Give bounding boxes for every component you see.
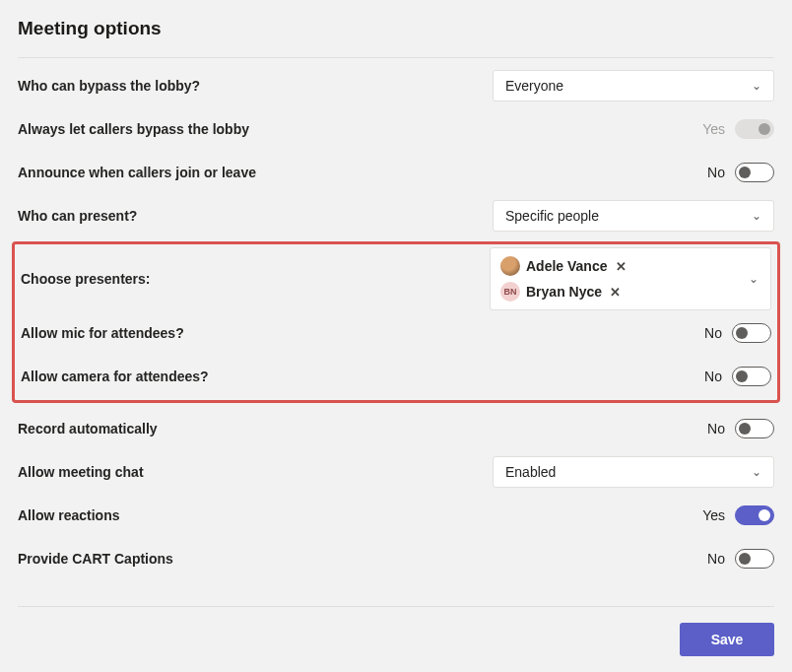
toggle-allow-reactions[interactable] xyxy=(735,505,774,525)
row-cart-captions: Provide CART Captions No xyxy=(18,537,774,580)
row-allow-chat: Allow meeting chat Enabled ⌄ xyxy=(18,450,774,494)
label-cart-captions: Provide CART Captions xyxy=(18,551,693,567)
dropdown-bypass-lobby[interactable]: Everyone ⌄ xyxy=(493,70,774,101)
avatar xyxy=(500,256,520,276)
label-record-auto: Record automatically xyxy=(18,421,693,437)
row-choose-presenters: Choose presenters: Adele Vance ✕ BN Brya… xyxy=(21,246,771,311)
presenters-picker[interactable]: Adele Vance ✕ BN Bryan Nyce ✕ ⌄ xyxy=(490,247,771,310)
row-callers-bypass: Always let callers bypass the lobby Yes xyxy=(18,107,774,151)
state-allow-reactions: Yes xyxy=(702,507,725,523)
toggle-callers-bypass xyxy=(735,119,774,139)
state-allow-mic: No xyxy=(704,325,722,341)
dropdown-who-present-value: Specific people xyxy=(505,208,599,224)
remove-presenter-icon[interactable]: ✕ xyxy=(616,259,627,274)
footer: Save xyxy=(18,606,774,656)
divider xyxy=(18,57,774,58)
label-choose-presenters: Choose presenters: xyxy=(21,271,476,287)
label-allow-mic: Allow mic for attendees? xyxy=(21,325,691,341)
row-allow-mic: Allow mic for attendees? No xyxy=(21,311,771,355)
toggle-cart-captions[interactable] xyxy=(735,549,774,569)
label-allow-camera: Allow camera for attendees? xyxy=(21,369,691,384)
row-allow-camera: Allow camera for attendees? No xyxy=(21,355,771,398)
row-record-auto: Record automatically No xyxy=(18,407,774,450)
label-bypass-lobby: Who can bypass the lobby? xyxy=(18,78,479,94)
row-announce: Announce when callers join or leave No xyxy=(18,151,774,194)
presenter-chip: BN Bryan Nyce ✕ xyxy=(500,282,760,302)
chevron-down-icon: ⌄ xyxy=(749,272,759,286)
chevron-down-icon: ⌄ xyxy=(752,465,761,479)
avatar: BN xyxy=(500,282,520,302)
dropdown-bypass-lobby-value: Everyone xyxy=(505,78,563,94)
toggle-announce[interactable] xyxy=(735,163,774,182)
state-record-auto: No xyxy=(707,421,725,437)
toggle-record-auto[interactable] xyxy=(735,419,774,438)
state-cart-captions: No xyxy=(707,551,725,567)
dropdown-who-present[interactable]: Specific people ⌄ xyxy=(493,200,774,232)
toggle-allow-camera[interactable] xyxy=(732,367,771,386)
highlight-box: Choose presenters: Adele Vance ✕ BN Brya… xyxy=(12,241,780,403)
label-allow-chat: Allow meeting chat xyxy=(18,464,479,480)
row-who-present: Who can present? Specific people ⌄ xyxy=(18,194,774,237)
remove-presenter-icon[interactable]: ✕ xyxy=(610,285,621,300)
state-allow-camera: No xyxy=(704,369,722,384)
row-allow-reactions: Allow reactions Yes xyxy=(18,494,774,537)
save-button[interactable]: Save xyxy=(680,623,774,656)
label-allow-reactions: Allow reactions xyxy=(18,507,689,523)
label-announce: Announce when callers join or leave xyxy=(18,165,693,180)
label-who-present: Who can present? xyxy=(18,208,479,224)
row-bypass-lobby: Who can bypass the lobby? Everyone ⌄ xyxy=(18,64,774,107)
dropdown-allow-chat-value: Enabled xyxy=(505,464,556,480)
toggle-allow-mic[interactable] xyxy=(732,323,771,343)
state-announce: No xyxy=(707,165,725,180)
presenter-chip: Adele Vance ✕ xyxy=(500,256,760,276)
page-title: Meeting options xyxy=(18,18,774,39)
chevron-down-icon: ⌄ xyxy=(752,209,761,223)
dropdown-allow-chat[interactable]: Enabled ⌄ xyxy=(493,456,774,488)
state-callers-bypass: Yes xyxy=(702,121,725,137)
presenter-name: Bryan Nyce xyxy=(526,284,602,300)
presenter-name: Adele Vance xyxy=(526,258,608,274)
label-callers-bypass: Always let callers bypass the lobby xyxy=(18,121,689,137)
chevron-down-icon: ⌄ xyxy=(752,79,761,93)
